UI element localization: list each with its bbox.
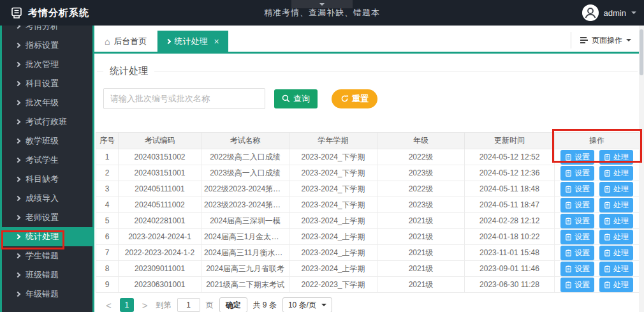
sidebar-item-label: 老师设置 <box>26 212 59 223</box>
row-settings-button[interactable]: 设置 <box>560 230 594 244</box>
chevron-right-icon <box>15 81 20 86</box>
row-process-button[interactable]: 处理 <box>599 182 633 197</box>
row-process-button[interactable]: 处理 <box>599 278 633 292</box>
sidebar-item-label: 统计处理 <box>26 231 59 242</box>
row-updated-time: 2023-06-30 11:28 <box>465 277 555 293</box>
user-menu[interactable]: admin <box>582 0 636 26</box>
row-process-button[interactable]: 处理 <box>599 214 633 228</box>
sidebar-item-label: 指标设置 <box>26 40 59 51</box>
sidebar-item-批次管理[interactable]: 批次管理 <box>2 55 92 74</box>
sidebar-item-教学班级[interactable]: 教学班级 <box>2 131 92 151</box>
goto-page-input[interactable] <box>177 298 200 312</box>
row-seq: 7 <box>96 245 119 261</box>
row-exam-name: 2024届高三深圳一模 <box>201 213 289 229</box>
tab-home[interactable]: ⌂ 后台首页 <box>94 31 157 52</box>
sidebar-item-科目设置[interactable]: 科目设置 <box>2 74 92 93</box>
clipboard-icon <box>565 249 572 256</box>
sidebar-item-label: 科目缺考 <box>26 174 59 185</box>
close-icon[interactable]: × <box>214 36 219 47</box>
table-row: 42024051110022023级2023-2024第二学...2023-20… <box>96 197 640 213</box>
sidebar-item-指标设置[interactable]: 指标设置 <box>2 36 92 55</box>
row-exam-code: 2023-2024-2024-1 <box>119 229 201 245</box>
sidebar-item-active[interactable]: 统计处理 <box>2 227 92 246</box>
sidebar-item-老师设置[interactable]: 老师设置 <box>2 208 92 227</box>
search-input[interactable] <box>103 88 265 109</box>
goto-confirm-button[interactable]: 确定 <box>219 297 247 312</box>
sidebar-item-考试学生[interactable]: 考试学生 <box>2 151 92 170</box>
sidebar-item-label: 科目设置 <box>26 78 59 89</box>
sidebar-item-班级错题[interactable]: 班级错题 <box>2 265 92 285</box>
row-settings-button[interactable]: 设置 <box>560 214 594 228</box>
reset-button[interactable]: 重置 <box>332 89 377 108</box>
row-process-button[interactable]: 处理 <box>599 198 633 212</box>
brand: 考情分析系统 <box>0 6 84 19</box>
row-updated-time: 2024-02-28 12:12 <box>465 213 555 229</box>
page-size-select[interactable]: 10 条/页 <box>282 297 332 312</box>
table-row: 32024051110012022级2023-2024第二学...2023-20… <box>96 181 640 197</box>
row-process-button[interactable]: 处理 <box>599 262 633 276</box>
total-count-label: 共 9 条 <box>253 300 277 311</box>
sidebar-item-科目缺考[interactable]: 科目缺考 <box>2 170 92 189</box>
sidebar-item-年级错题[interactable]: 年级错题 <box>2 285 92 304</box>
row-grade: 2022级 <box>377 181 465 197</box>
row-process-button[interactable]: 处理 <box>599 246 633 260</box>
row-seq: 8 <box>96 261 119 277</box>
row-actions: 设置处理 <box>555 197 640 213</box>
row-actions: 设置处理 <box>555 165 640 181</box>
sidebar-menu: 考情分析指标设置批次管理科目设置批次年级考试行政班教学班级考试学生科目缺考成绩导… <box>2 26 92 304</box>
scrollbar-thumb[interactable] <box>640 29 643 75</box>
sidebar: 考情分析指标设置批次管理科目设置批次年级考试行政班教学班级考试学生科目缺考成绩导… <box>0 26 94 312</box>
vertical-scrollbar[interactable] <box>639 26 644 312</box>
sidebar-item-成绩导入[interactable]: 成绩导入 <box>2 189 92 208</box>
query-button[interactable]: 查询 <box>274 89 318 108</box>
page-number-button[interactable]: 1 <box>120 298 134 312</box>
row-process-button[interactable]: 处理 <box>599 166 633 181</box>
tab-statistics-label: 统计处理 <box>174 36 207 47</box>
row-settings-button[interactable]: 设置 <box>560 150 594 165</box>
chevron-right-icon <box>15 158 20 163</box>
action-button-label: 设置 <box>574 168 590 179</box>
row-exam-name: 2024届高三11月衡水金卷... <box>201 245 289 261</box>
action-button-label: 设置 <box>574 152 590 163</box>
app-title: 考情分析系统 <box>28 7 89 19</box>
username: admin <box>604 8 626 18</box>
action-button-label: 处理 <box>613 216 629 227</box>
sidebar-item-批次年级[interactable]: 批次年级 <box>2 93 92 112</box>
page-operations-dropdown[interactable]: 页面操作 <box>571 32 638 48</box>
prev-page-button[interactable]: < <box>103 300 114 311</box>
clipboard-icon <box>565 281 572 288</box>
row-exam-name: 2021级高二下期末考试 <box>201 277 289 293</box>
row-settings-button[interactable]: 设置 <box>560 246 594 260</box>
tab-statistics[interactable]: 统计处理 × <box>157 31 228 52</box>
action-button-label: 设置 <box>574 264 590 274</box>
sidebar-item-考情分析[interactable]: 考情分析 <box>2 26 92 36</box>
search-toolbar: 查询 重置 <box>103 88 638 109</box>
row-seq: 5 <box>96 213 119 229</box>
row-process-button[interactable]: 处理 <box>599 150 633 165</box>
row-settings-button[interactable]: 设置 <box>560 166 594 181</box>
row-actions: 设置处理 <box>555 277 640 293</box>
row-grade: 2021级 <box>377 245 465 261</box>
logo-icon <box>10 6 23 19</box>
chevron-down-icon <box>631 11 636 14</box>
action-button-label: 处理 <box>613 184 629 195</box>
chevron-right-icon <box>15 26 20 29</box>
row-settings-button[interactable]: 设置 <box>560 182 594 197</box>
table-row: 12024031510022022级高二入口成绩2023-2024_下学期202… <box>96 149 640 165</box>
header-collapse-handle[interactable] <box>291 0 353 8</box>
row-settings-button[interactable]: 设置 <box>560 262 594 276</box>
row-grade: 2023级 <box>377 197 465 213</box>
row-settings-button[interactable]: 设置 <box>560 278 594 292</box>
sidebar-item-考试行政班[interactable]: 考试行政班 <box>2 112 92 131</box>
chevron-down-icon <box>319 3 325 6</box>
row-exam-code: 202403151002 <box>119 149 201 165</box>
row-process-button[interactable]: 处理 <box>599 230 633 244</box>
sidebar-item-学生错题[interactable]: 学生错题 <box>2 246 92 265</box>
row-term: 2023-2024_下学期 <box>289 181 377 197</box>
row-exam-code: 2022-2023-2024-1-2 <box>119 245 201 261</box>
row-settings-button[interactable]: 设置 <box>560 198 594 212</box>
chevron-right-icon <box>15 119 20 124</box>
next-page-button[interactable]: > <box>140 300 150 311</box>
row-updated-time: 2024-05-12 12:52 <box>465 149 555 165</box>
clipboard-icon <box>565 154 572 161</box>
